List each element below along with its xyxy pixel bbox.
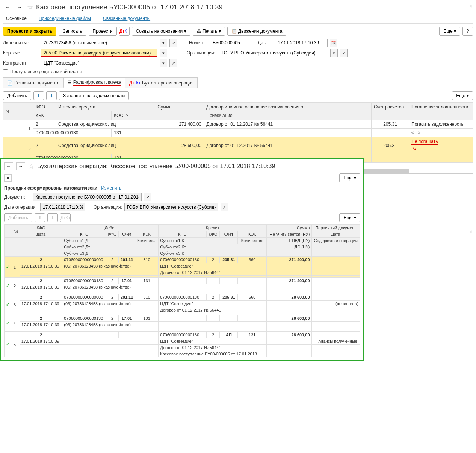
date-label: Дата:: [258, 40, 273, 45]
open-icon[interactable]: ↗: [169, 59, 177, 67]
posting-row[interactable]: Договор от 01.12.2017 № 56441: [5, 269, 360, 276]
table-row[interactable]: 1 2Средства юридических лиц 271 400,00До…: [3, 120, 473, 129]
page-title: Кассовое поступление БУ00-000005 от 17.0…: [36, 3, 223, 11]
sub-org-label: Организация:: [94, 205, 122, 210]
tab-related[interactable]: Связанные документы: [100, 14, 153, 23]
move-down-button[interactable]: ⬇: [46, 91, 57, 100]
opdate-input: [40, 203, 85, 211]
print-button[interactable]: 🖶 Печать ▾: [193, 27, 225, 36]
back-button[interactable]: ←: [3, 3, 12, 11]
tab-main[interactable]: Основное: [3, 14, 30, 23]
kor-input[interactable]: [41, 49, 157, 57]
help-button[interactable]: ?: [462, 27, 473, 36]
sub-add-button: Добавить: [4, 213, 32, 222]
create-based-button[interactable]: Создать на основании ▾: [132, 27, 190, 36]
open-icon[interactable]: ↗: [340, 49, 348, 57]
open-icon[interactable]: ↗: [144, 193, 151, 201]
num-input[interactable]: [210, 39, 249, 47]
sub-more-button[interactable]: Еще ▾: [339, 173, 360, 182]
dropdown-icon[interactable]: ▾: [160, 49, 167, 57]
kor-label: Кор. счет:: [3, 50, 39, 56]
tab-accounting[interactable]: ДтКт Бухгалтерская операция: [125, 77, 198, 88]
postings-table: № КФО Дебет Кредит Сумма Первичный докум…: [4, 224, 360, 357]
doc-label: Документ:: [4, 194, 30, 200]
parent-pay-label: Поступление родительской платы: [10, 69, 82, 74]
acct-label: Лицевой счет:: [3, 40, 39, 45]
dropdown-icon[interactable]: ▾: [160, 59, 167, 67]
tab-files[interactable]: Присоединенные файлы: [36, 14, 94, 23]
move-up-button[interactable]: ⬆: [33, 91, 44, 100]
sub-back-button[interactable]: ←: [4, 162, 13, 170]
sub-favorite-icon[interactable]: ☆: [28, 162, 34, 170]
posting-row[interactable]: ✓ 5 2 070600000000001302АП131 28 600,00: [5, 332, 360, 338]
favorite-icon[interactable]: ☆: [27, 3, 33, 11]
sub-up-button: ⬆: [35, 213, 45, 222]
sub-more2-button[interactable]: Еще ▾: [339, 213, 360, 222]
dtkt-button[interactable]: ДтКт: [119, 27, 130, 36]
stop-icon[interactable]: ■: [4, 174, 12, 182]
calendar-icon[interactable]: 📅: [330, 39, 337, 47]
fill-button[interactable]: Заполнить по задолженности: [59, 91, 129, 100]
post-button[interactable]: Провести: [89, 27, 117, 36]
tab-requisites[interactable]: 📄 Реквизиты документа: [3, 77, 64, 88]
open-icon[interactable]: ↗: [221, 203, 228, 211]
posting-row[interactable]: ✓ 2 2 07060000000000130217.01131 271 400…: [5, 278, 360, 284]
scrollbar[interactable]: [364, 169, 409, 173]
table-row[interactable]: 2 2Средства юридических лиц 28 600,00Дог…: [3, 137, 473, 154]
num-label: Номер:: [189, 40, 208, 45]
payment-table: N КФО Источник средств Сумма Договор или…: [3, 102, 473, 163]
sub-title: Бухгалтерская операция: Кассовое поступл…: [37, 163, 275, 170]
posting-row[interactable]: 17.01.2018 17:10:39 (06) 20736123458 (в …: [5, 263, 360, 269]
posting-row[interactable]: 17.01.2018 17:10:39 (06) 20736123458 (в …: [5, 322, 360, 328]
doc-input: [33, 193, 142, 201]
more-rows-button[interactable]: Еще ▾: [452, 91, 473, 100]
posting-row[interactable]: Договор от 01.12.2017 № 56441: [5, 345, 360, 351]
contr-label: Контрагент:: [3, 60, 39, 66]
posting-row[interactable]: Договор от 01.12.2017 № 56441: [5, 307, 360, 313]
post-close-button[interactable]: Провести и закрыть: [3, 27, 56, 36]
posting-row[interactable]: ✓ 3 2 070600000000000002201.11510 070600…: [5, 294, 360, 301]
dropdown-icon[interactable]: ▾: [330, 49, 338, 57]
save-button[interactable]: Записать: [59, 27, 86, 36]
sub-forward-button[interactable]: →: [16, 162, 25, 170]
date-input[interactable]: [275, 39, 328, 47]
close-button-2[interactable]: ×: [469, 229, 472, 235]
posting-row[interactable]: ✓ 1 2 070600000000000002201.11510 070600…: [5, 257, 360, 263]
org-input[interactable]: [219, 49, 328, 57]
acct-input[interactable]: [41, 39, 157, 47]
movements-button[interactable]: 📋 Движения документа: [227, 27, 287, 36]
close-button[interactable]: ×: [469, 3, 472, 9]
posting-row[interactable]: 17.01.2018 17:10:39 (06) 20736123458 (в …: [5, 284, 360, 290]
dropdown-icon[interactable]: ▾: [160, 39, 167, 47]
add-row-button[interactable]: Добавить: [3, 91, 31, 100]
table-row[interactable]: 07060000000000130131 <...>: [3, 129, 473, 137]
parent-pay-checkbox[interactable]: [3, 69, 8, 74]
tab-decode[interactable]: ☰ Расшифровка платежа: [63, 77, 125, 88]
open-icon[interactable]: ↗: [169, 39, 177, 47]
change-link[interactable]: Изменить: [101, 185, 121, 191]
posting-row[interactable]: 17.01.2018 17:10:39 (06) 20736123458 (в …: [5, 301, 360, 307]
org-label: Организация:: [187, 50, 217, 56]
more-button[interactable]: Еще ▾: [439, 27, 460, 36]
sub-down-button: ⬇: [47, 213, 58, 222]
contr-input[interactable]: [41, 59, 157, 67]
sub-org-input: [124, 203, 218, 211]
posting-row[interactable]: Кассовое поступление БУ00-000005 от 17.0…: [5, 351, 360, 357]
sub-dtkt-button: ДтКт: [60, 213, 71, 222]
opdate-label: Дата операции:: [4, 205, 38, 210]
posting-row[interactable]: 17.01.2018 17:10:39 ЦДТ "Созвездие" Аван…: [5, 338, 360, 345]
posting-row[interactable]: ✓ 4 2 07060000000000130217.01131 28 600,…: [5, 315, 360, 322]
auto-label: Проводки сформированы автоматически: [4, 185, 97, 191]
forward-button[interactable]: →: [15, 3, 24, 11]
